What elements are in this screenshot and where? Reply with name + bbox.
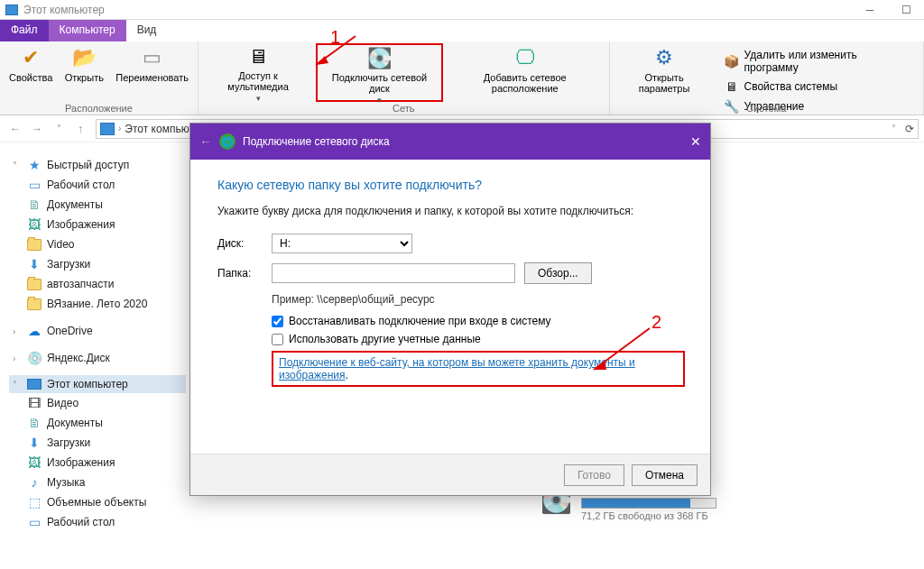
cube-icon: ⬚	[27, 495, 42, 509]
sidebar-item-video[interactable]: Video	[9, 234, 186, 254]
folder-label: Папка:	[217, 267, 263, 280]
sidebar-item-onedrive[interactable]: ›☁ OneDrive	[9, 321, 186, 341]
dialog-close-button[interactable]: ✕	[690, 134, 701, 149]
ribbon-group-network: 🖥 Доступ к мультимедиа ▾ 💽 Подключить се…	[199, 41, 610, 115]
downloads-icon: ⬇	[27, 257, 42, 271]
tab-file[interactable]: Файл	[0, 20, 49, 41]
video-icon: 🎞	[27, 396, 42, 410]
window-titlebar: Этот компьютер ─ ☐	[0, 0, 924, 20]
add-network-location-button[interactable]: 🖵 Добавить сетевое расположение	[447, 43, 604, 102]
sidebar-item-music[interactable]: ♪ Музыка	[9, 473, 186, 492]
open-settings-button[interactable]: ⚙ Открыть параметры	[615, 43, 714, 102]
folder-icon	[27, 237, 42, 252]
refresh-icon[interactable]: ⟳	[905, 123, 914, 135]
sidebar-item-pictures[interactable]: 🖼 Изображения	[9, 215, 186, 234]
sidebar-item-documents[interactable]: 🗎 Документы	[9, 195, 186, 215]
other-credentials-checkbox[interactable]	[272, 334, 283, 345]
box-icon: 📦	[725, 54, 739, 69]
checkmark-icon: ✔	[16, 45, 45, 70]
sidebar-item-pictures[interactable]: 🖼 Изображения	[9, 453, 186, 473]
monitor-icon: 🖵	[511, 45, 540, 70]
uninstall-program-button[interactable]: 📦 Удалить или изменить программу	[721, 47, 914, 76]
browse-button[interactable]: Обзор...	[524, 262, 592, 284]
maximize-button[interactable]: ☐	[888, 0, 924, 20]
sidebar-item-autoparts[interactable]: автозапчасти	[9, 274, 186, 294]
monitor-icon	[27, 379, 42, 390]
sidebar-item-downloads[interactable]: ⬇ Загрузки	[9, 433, 186, 453]
cloud-icon: ☁	[27, 324, 42, 338]
drive-capacity-bar	[581, 498, 716, 509]
sidebar-item-thispc[interactable]: ˅ Этот компьютер	[9, 375, 186, 393]
picture-icon: 🖼	[27, 455, 42, 470]
picture-icon: 🖼	[27, 217, 42, 232]
reconnect-checkbox[interactable]	[272, 316, 283, 327]
open-button[interactable]: 📂 Открыть	[60, 43, 108, 102]
sidebar-item-docs[interactable]: 🗎 Документы	[9, 413, 186, 433]
ribbon: ✔ Свойства 📂 Открыть ▭ Переименовать Рас…	[0, 41, 924, 115]
navigation-sidebar: ˅★ Быстрый доступ ▭ Рабочий стол 🗎 Докум…	[0, 150, 186, 569]
dialog-titlebar: ← 🌐 Подключение сетевого диска ✕	[190, 124, 710, 160]
address-dropdown-icon[interactable]: ˅	[892, 124, 896, 133]
document-icon: 🗎	[27, 197, 42, 212]
folder-icon	[27, 297, 42, 311]
window-title: Этот компьютер	[23, 4, 105, 16]
annotation-arrow-1	[312, 34, 366, 70]
system-properties-button[interactable]: 🖥 Свойства системы	[721, 78, 914, 96]
rename-button[interactable]: ▭ Переименовать	[112, 43, 192, 102]
properties-button[interactable]: ✔ Свойства	[5, 43, 56, 102]
sidebar-item-3d[interactable]: ⬚ Объемные объекты	[9, 492, 186, 512]
desktop-icon: ▭	[27, 178, 42, 192]
globe-icon: 🌐	[219, 133, 236, 150]
dialog-heading: Какую сетевую папку вы хотите подключить…	[217, 178, 683, 192]
ribbon-group-location: ✔ Свойства 📂 Открыть ▭ Переименовать Рас…	[0, 41, 199, 115]
folder-path-input[interactable]	[272, 263, 515, 283]
rename-icon: ▭	[138, 45, 167, 70]
tab-computer[interactable]: Компьютер	[49, 20, 126, 41]
dialog-back-button[interactable]: ←	[199, 134, 212, 149]
open-icon: 📂	[69, 45, 98, 70]
svg-marker-3	[594, 361, 606, 370]
drive-label: Диск:	[217, 237, 263, 250]
sidebar-item-yandex[interactable]: ›💿 Яндекс.Диск	[9, 348, 186, 368]
dialog-title: Подключение сетевого диска	[243, 135, 390, 148]
annotation-arrow-2	[587, 325, 659, 379]
sidebar-item-quick-access[interactable]: ˅★ Быстрый доступ	[9, 155, 186, 175]
sidebar-item-knitting[interactable]: ВЯзание. Лето 2020	[9, 294, 186, 314]
downloads-icon: ⬇	[27, 436, 42, 450]
nav-recent-button[interactable]: ˅	[49, 119, 69, 139]
thispc-icon	[100, 123, 115, 135]
media-access-button[interactable]: 🖥 Доступ к мультимедиа ▾	[204, 43, 312, 102]
sidebar-item-downloads[interactable]: ⬇ Загрузки	[9, 254, 186, 274]
monitor-small-icon: 🖥	[725, 79, 739, 94]
connect-website-link[interactable]: Подключение к веб-сайту, на котором вы м…	[279, 356, 635, 381]
minimize-button[interactable]: ─	[852, 0, 888, 20]
cancel-button[interactable]: Отмена	[632, 464, 698, 486]
nav-back-button[interactable]: ←	[5, 119, 25, 139]
network-drive-icon: 💽	[365, 47, 393, 70]
sidebar-item-video[interactable]: 🎞 Видео	[9, 393, 186, 413]
yandex-disk-icon: 💿	[27, 351, 42, 365]
star-icon: ★	[27, 158, 42, 172]
tab-view[interactable]: Вид	[126, 20, 168, 41]
ribbon-group-system: ⚙ Открыть параметры 📦 Удалить или измени…	[610, 41, 924, 115]
sidebar-item-desktop[interactable]: ▭ Рабочий стол	[9, 512, 186, 532]
music-icon: ♪	[27, 475, 42, 490]
map-network-drive-dialog: ← 🌐 Подключение сетевого диска ✕ Какую с…	[189, 123, 711, 496]
dialog-subtitle: Укажите букву диска для подключения и па…	[217, 205, 683, 217]
nav-up-button[interactable]: ↑	[70, 119, 90, 139]
media-server-icon: 🖥	[244, 45, 273, 69]
drive-letter-select[interactable]: H:	[272, 234, 412, 253]
desktop-icon: ▭	[27, 515, 42, 529]
ribbon-tabstrip: Файл Компьютер Вид	[0, 20, 924, 41]
folder-icon	[27, 277, 42, 291]
dialog-footer: Готово Отмена	[190, 454, 710, 495]
nav-forward-button[interactable]: →	[27, 119, 47, 139]
document-icon: 🗎	[27, 416, 42, 430]
example-text: Пример: \\сервер\общий_ресурс	[272, 293, 683, 306]
done-button[interactable]: Готово	[564, 464, 624, 486]
sidebar-item-desktop[interactable]: ▭ Рабочий стол	[9, 175, 186, 195]
monitor-icon	[5, 5, 18, 15]
gear-icon: ⚙	[650, 45, 679, 70]
